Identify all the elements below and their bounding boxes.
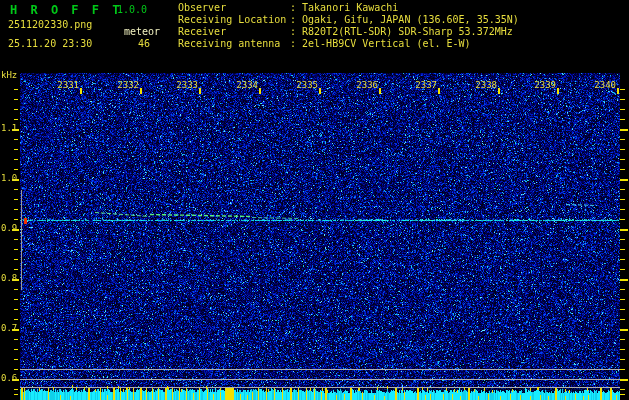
timestamp: 25.11.20 23:30	[8, 39, 92, 49]
time-label: 2340	[592, 81, 616, 90]
spectrogram-canvas	[0, 0, 629, 400]
y-axis-unit-label: kHz	[1, 71, 17, 80]
info-row: Receiver: R820T2(RTL-SDR) SDR-Sharp 53.3…	[178, 26, 519, 38]
info-value: : Ogaki, Gifu, JAPAN (136.60E, 35.35N)	[290, 14, 519, 25]
info-value: : 2el-HB9CV Vertical (el. E-W)	[290, 38, 471, 49]
freq-label: 0.6	[1, 374, 17, 383]
info-label: Receiving Location	[178, 14, 290, 26]
hrofft-output-image: H R O F F T 1.0.0 2511202330.png meteor …	[0, 0, 629, 400]
freq-label: 1.1	[1, 124, 17, 133]
info-row: Receiving antenna: 2el-HB9CV Vertical (e…	[178, 38, 519, 50]
time-label: 2337	[413, 81, 437, 90]
time-label: 2339	[532, 81, 556, 90]
output-filename: 2511202330.png	[8, 20, 92, 30]
mode-label: meteor	[124, 27, 160, 37]
info-value: : Takanori Kawachi	[290, 2, 398, 13]
info-value: : R820T2(RTL-SDR) SDR-Sharp 53.372MHz	[290, 26, 513, 37]
echo-count: 46	[138, 39, 150, 49]
station-info-block: Observer: Takanori KawachiReceiving Loca…	[178, 2, 519, 50]
freq-label: 0.8	[1, 274, 17, 283]
time-label: 2332	[115, 81, 139, 90]
freq-label: 0.7	[1, 324, 17, 333]
info-row: Observer: Takanori Kawachi	[178, 2, 519, 14]
info-label: Receiver	[178, 26, 290, 38]
time-label: 2336	[354, 81, 378, 90]
time-label: 2331	[55, 81, 79, 90]
freq-label: 1.0	[1, 174, 17, 183]
time-label: 2338	[473, 81, 497, 90]
info-label: Receiving antenna	[178, 38, 290, 50]
app-version: 1.0.0	[117, 5, 147, 15]
info-label: Observer	[178, 2, 290, 14]
time-label: 2334	[234, 81, 258, 90]
app-title: H R O F F T	[10, 4, 122, 16]
time-label: 2333	[174, 81, 198, 90]
freq-label: 0.9	[1, 224, 17, 233]
time-label: 2335	[294, 81, 318, 90]
info-row: Receiving Location: Ogaki, Gifu, JAPAN (…	[178, 14, 519, 26]
